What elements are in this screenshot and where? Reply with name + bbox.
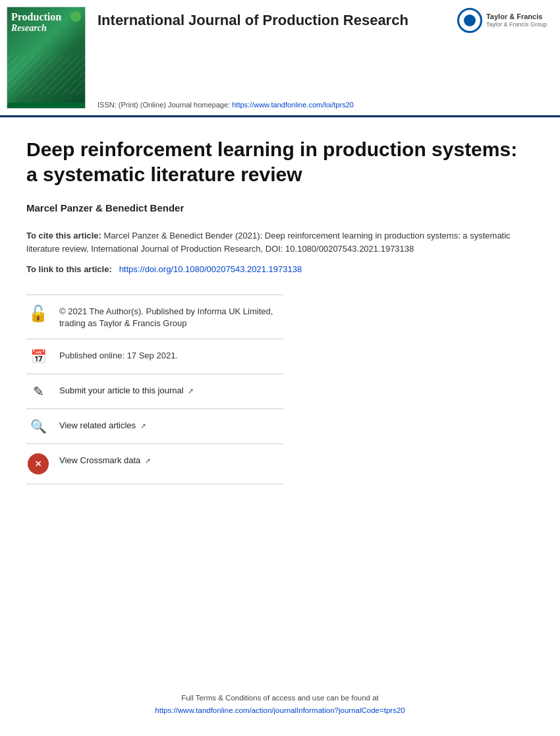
published-row: 📅 Published online: 17 Sep 2021. — [26, 339, 283, 374]
tf-circle-icon — [457, 8, 482, 33]
submit-text[interactable]: Submit your article to this journal ➚ — [59, 383, 194, 397]
tf-group: Taylor & Francis Group — [486, 21, 547, 28]
open-access-label: © 2021 The Author(s). Published by Infor… — [59, 306, 273, 328]
calendar-icon: 📅 — [26, 349, 50, 364]
issn-line: ISSN: (Print) (Online) Journal homepage:… — [98, 81, 547, 109]
crossmark-row: ⨯ View Crossmark data ➚ — [26, 443, 283, 484]
link-block: To link to this article: https://doi.org… — [26, 263, 534, 276]
tf-name: Taylor & Francis — [486, 13, 547, 21]
footer-line2: https://www.tandfonline.com/action/journ… — [0, 704, 560, 716]
footer-link[interactable]: https://www.tandfonline.com/action/journ… — [155, 706, 405, 714]
tf-text-block: Taylor & Francis Taylor & Francis Group — [486, 13, 547, 28]
submit-row: ✎ Submit your article to this journal ➚ — [26, 374, 283, 409]
doi-link[interactable]: https://doi.org/10.1080/00207543.2021.19… — [119, 264, 302, 274]
tf-logo: Taylor & Francis Taylor & Francis Group — [457, 8, 547, 33]
issn-label: ISSN: (Print) (Online) Journal homepage: — [98, 101, 230, 109]
related-row: 🔍 View related articles ➚ — [26, 409, 283, 443]
article-section: Deep reinforcement learning in productio… — [0, 117, 560, 497]
related-text[interactable]: View related articles ➚ — [59, 418, 146, 432]
cite-label: To cite this article: — [26, 231, 101, 241]
cover-research-label: Research — [11, 23, 61, 33]
submit-link[interactable]: Submit your article to this journal ➚ — [59, 385, 194, 395]
crossmark-icon: ⨯ — [28, 453, 49, 474]
page-footer: Full Terms & Conditions of access and us… — [0, 692, 560, 716]
open-access-icon: 🔓 — [26, 304, 50, 323]
footer-line1: Full Terms & Conditions of access and us… — [0, 692, 560, 704]
article-title: Deep reinforcement learning in productio… — [26, 137, 534, 186]
related-link[interactable]: View related articles ➚ — [59, 420, 146, 430]
journal-cover: Production Research — [7, 7, 86, 109]
issn-url-link[interactable]: https://www.tandfonline.com/loi/tprs20 — [232, 101, 354, 109]
link-label: To link to this article: — [26, 264, 112, 274]
crossmark-link[interactable]: View Crossmark data ➚ — [59, 455, 151, 465]
oa-lock-icon: 🔓 — [28, 304, 48, 323]
cite-block: To cite this article: Marcel Panzer & Be… — [26, 229, 534, 255]
related-ext-icon: ➚ — [140, 422, 146, 430]
crossmark-ext-icon: ➚ — [145, 457, 151, 465]
crossmark-text[interactable]: View Crossmark data ➚ — [59, 453, 151, 467]
related-label: View related articles — [59, 420, 136, 430]
submit-label: Submit your article to this journal — [59, 385, 184, 395]
article-authors: Marcel Panzer & Benedict Bender — [26, 202, 534, 213]
crossmark-label: View Crossmark data — [59, 455, 140, 465]
published-text: Published online: 17 Sep 2021. — [59, 349, 178, 362]
crossmark-icon-container: ⨯ — [26, 453, 50, 474]
cover-production-label: Production — [11, 11, 61, 23]
related-icon: 🔍 — [26, 418, 50, 434]
open-access-text: © 2021 The Author(s). Published by Infor… — [59, 304, 283, 329]
submit-icon: ✎ — [26, 383, 50, 399]
open-access-row: 🔓 © 2021 The Author(s). Published by Inf… — [26, 295, 283, 339]
submit-ext-icon: ➚ — [188, 387, 194, 395]
info-boxes: 🔓 © 2021 The Author(s). Published by Inf… — [26, 295, 283, 484]
published-label: Published online: 17 Sep 2021. — [59, 351, 178, 360]
